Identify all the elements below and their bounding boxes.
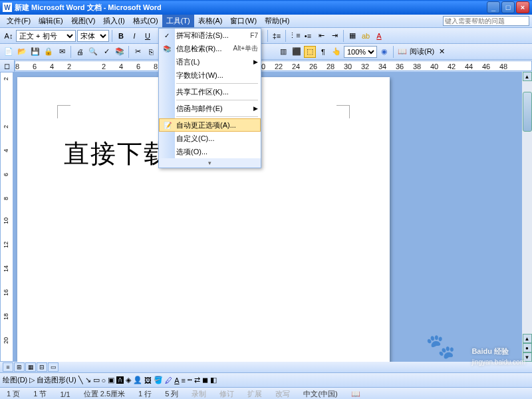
zoom-combo[interactable]: 100%: [344, 46, 377, 58]
oval-icon[interactable]: ○: [102, 376, 106, 384]
drawing-icon[interactable]: ⬛: [291, 46, 303, 58]
outline-view-icon[interactable]: ⊟: [37, 362, 47, 372]
wordart-icon[interactable]: 🅰: [116, 376, 124, 384]
open-icon[interactable]: 📂: [16, 46, 28, 58]
autoshapes-menu[interactable]: 自选图形(U): [37, 375, 76, 385]
font-combo[interactable]: 宋体: [77, 30, 109, 42]
menu-autocorrect-options[interactable]: 📝自动更正选项(A)...: [159, 118, 261, 132]
diagram-icon[interactable]: ◈: [126, 376, 131, 384]
menu-table[interactable]: 表格(A): [194, 15, 227, 27]
styles-icon[interactable]: A↕: [3, 30, 15, 42]
nav-icon[interactable]: 👆: [331, 46, 342, 58]
preview-icon[interactable]: 🔍: [87, 46, 99, 58]
status-language[interactable]: 中文(中国): [301, 389, 340, 399]
underline-icon[interactable]: U: [142, 30, 154, 42]
select-icon[interactable]: ▷: [29, 376, 35, 384]
vertical-scrollbar[interactable]: ▲ ▲ ● ▼: [521, 72, 532, 362]
line-spacing-icon[interactable]: ‡≡: [271, 30, 283, 42]
status-extend[interactable]: 扩展: [245, 389, 265, 399]
research-icon[interactable]: 📚: [114, 46, 126, 58]
3d-icon[interactable]: ◧: [210, 376, 217, 384]
scroll-up-icon[interactable]: ▲: [523, 72, 532, 81]
print-view-icon[interactable]: ▦: [25, 362, 36, 372]
font-color-icon2[interactable]: A: [174, 376, 179, 384]
fill-color-icon[interactable]: 🪣: [154, 376, 163, 384]
line-color-icon[interactable]: 🖊: [165, 376, 172, 384]
indent-icon[interactable]: ⇥: [329, 30, 340, 42]
menu-view[interactable]: 视图(V): [67, 15, 100, 27]
web-view-icon[interactable]: ⊞: [14, 362, 25, 372]
rect-icon[interactable]: ▭: [93, 376, 100, 384]
menu-tools[interactable]: 工具(T): [162, 15, 194, 27]
draw-menu[interactable]: 绘图(D): [3, 375, 27, 385]
read-mode-icon[interactable]: 📖: [396, 46, 408, 58]
maximize-button[interactable]: □: [501, 1, 515, 13]
status-overtype[interactable]: 改写: [273, 389, 293, 399]
minimize-button[interactable]: _: [487, 1, 500, 13]
cut-icon[interactable]: ✂: [132, 46, 144, 58]
menu-letters-mail[interactable]: 信函与邮件(E)▶: [159, 102, 261, 115]
menu-options[interactable]: 选项(O)...: [159, 145, 261, 158]
status-book-icon[interactable]: 📖: [348, 390, 363, 398]
new-icon[interactable]: 📄: [3, 46, 15, 58]
close-read-icon[interactable]: ✕: [436, 46, 448, 58]
menu-wordcount[interactable]: 字数统计(W)...: [159, 68, 261, 82]
doc-map-icon[interactable]: ⬚: [304, 46, 316, 58]
browse-object-icon[interactable]: ●: [523, 343, 532, 352]
menu-window[interactable]: 窗口(W): [226, 15, 261, 27]
prev-page-icon[interactable]: ▲: [523, 334, 532, 343]
status-track[interactable]: 修订: [217, 389, 237, 399]
menu-shared-workspace[interactable]: 共享工作区(K)...: [159, 85, 261, 98]
highlight-icon[interactable]: ab: [360, 30, 372, 42]
read-label[interactable]: 阅读(R): [410, 47, 434, 57]
menu-language[interactable]: 语言(L)▶: [159, 55, 261, 68]
scroll-thumb[interactable]: [523, 92, 532, 132]
reading-view-icon[interactable]: ▭: [48, 362, 59, 372]
print-icon[interactable]: 🖨: [74, 46, 86, 58]
help-search-input[interactable]: [443, 16, 529, 26]
columns-icon[interactable]: ▥: [277, 46, 289, 58]
mail-icon[interactable]: ✉: [56, 46, 68, 58]
shadow-icon[interactable]: ◼: [202, 376, 208, 384]
document-area[interactable]: 直接下载: [13, 72, 521, 362]
menu-research[interactable]: 📚信息检索(R)...Alt+单击: [159, 42, 261, 55]
font-color-icon[interactable]: A: [373, 30, 385, 42]
status-column: 5 列: [162, 389, 181, 399]
clipart-icon[interactable]: 👤: [133, 376, 142, 384]
spellcheck-icon[interactable]: ✓: [100, 46, 112, 58]
permission-icon[interactable]: 🔒: [43, 46, 55, 58]
arrow-style-icon[interactable]: ⇄: [194, 376, 200, 384]
tools-menu-dropdown: ✓拼写和语法(S)...F7 📚信息检索(R)...Alt+单击 语言(L)▶ …: [158, 28, 261, 168]
menu-insert[interactable]: 插入(I): [99, 15, 128, 27]
picture-icon[interactable]: 🖼: [144, 376, 152, 384]
style-combo[interactable]: 正文 + 初号: [16, 30, 76, 42]
menu-spellcheck[interactable]: ✓拼写和语法(S)...F7: [159, 29, 261, 42]
textbox-icon[interactable]: ▣: [108, 376, 114, 384]
menu-help[interactable]: 帮助(H): [261, 15, 293, 27]
menu-edit[interactable]: 编辑(E): [35, 15, 67, 27]
line-icon[interactable]: ╲: [78, 376, 83, 384]
close-button[interactable]: ×: [516, 1, 529, 13]
menu-file[interactable]: 文件(F): [3, 15, 35, 27]
save-icon[interactable]: 💾: [29, 46, 41, 58]
menu-customize[interactable]: 自定义(C)...: [159, 132, 261, 145]
menu-expand-icon[interactable]: ▾: [159, 158, 261, 168]
italic-icon[interactable]: I: [128, 30, 140, 42]
copy-icon[interactable]: ⎘: [145, 46, 157, 58]
dash-style-icon[interactable]: ┅: [188, 376, 192, 384]
show-marks-icon[interactable]: ¶: [317, 46, 329, 58]
status-record[interactable]: 录制: [189, 389, 209, 399]
numbering-icon[interactable]: ⋮≡: [289, 30, 301, 42]
normal-view-icon[interactable]: ≡: [3, 362, 13, 372]
outdent-icon[interactable]: ⇤: [315, 30, 327, 42]
border-icon[interactable]: ▦: [346, 30, 358, 42]
bullets-icon[interactable]: •≡: [302, 30, 314, 42]
vertical-ruler[interactable]: 22468101214161820: [0, 72, 13, 362]
bold-icon[interactable]: B: [115, 30, 127, 42]
horizontal-ruler[interactable]: 8642246810121416182022242628303234363840…: [15, 61, 532, 71]
menu-format[interactable]: 格式(O): [129, 15, 162, 27]
help-icon[interactable]: ◉: [378, 46, 390, 58]
line-style-icon[interactable]: ≡: [182, 376, 186, 384]
arrow-icon[interactable]: ↘: [85, 376, 91, 384]
next-page-icon[interactable]: ▼: [523, 352, 532, 362]
